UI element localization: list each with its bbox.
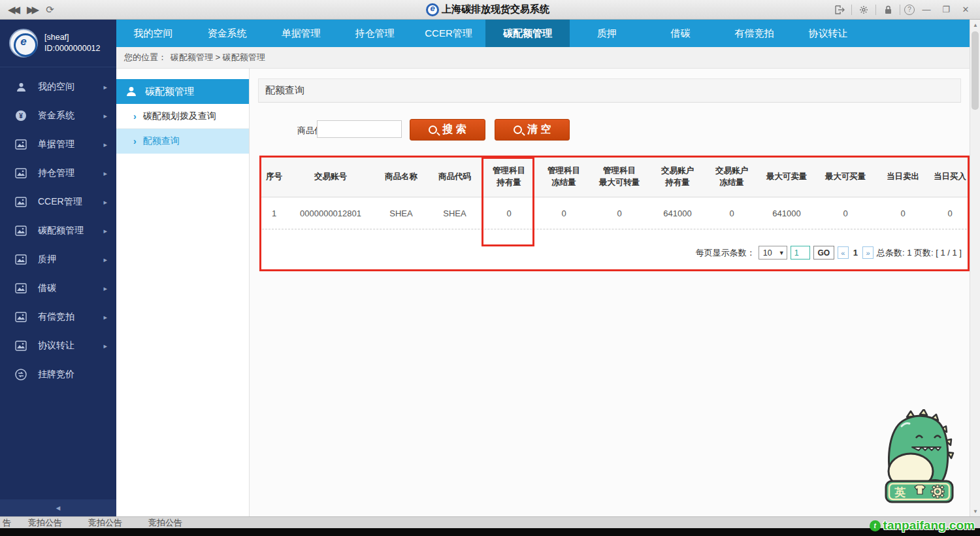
sidebar-item-label: 我的空间 [38, 81, 103, 93]
chevron-right-icon: ▸ [103, 198, 107, 207]
row-divider [262, 229, 967, 229]
search-button[interactable]: 搜 索 [410, 119, 485, 141]
main-content: 配额查询 商品代码: 搜 索 清 空 [250, 69, 970, 516]
tab-ccer-mgmt[interactable]: CCER管理 [412, 20, 485, 47]
tab-pledge[interactable]: 质押 [570, 20, 644, 47]
tab-carbon-quota-mgmt[interactable]: 碳配额管理 [485, 20, 570, 47]
sidebar-item-pledge[interactable]: 质押 ▸ [0, 245, 116, 274]
help-icon[interactable]: ? [904, 5, 915, 15]
chevron-right-icon: ▸ [103, 169, 107, 178]
col-header-acct-frozen: 交易账户 冻结量 [706, 156, 758, 197]
sidebar-item-position-mgmt[interactable]: 持仓管理 ▸ [0, 159, 116, 188]
cell-mgmt-frozen: 0 [538, 197, 589, 229]
ticker-item: 告 [3, 517, 11, 529]
close-button[interactable]: ✕ [958, 3, 973, 16]
divider [900, 5, 900, 15]
sidebar-item-label: CCER管理 [38, 196, 103, 208]
chevron-right-icon: ▸ [103, 227, 107, 235]
scroll-up-icon[interactable]: ▲ [970, 20, 980, 30]
scrollbar-thumb[interactable] [972, 31, 979, 110]
col-header-mgmt-holding: 管理科目 持有量 [480, 156, 538, 197]
cell-seq: 1 [259, 197, 289, 229]
search-form: 商品代码: 搜 索 清 空 [250, 119, 953, 141]
tab-my-space[interactable]: 我的空间 [116, 20, 190, 47]
ticker-item[interactable]: 竞拍公告 [28, 517, 62, 529]
clear-button[interactable]: 清 空 [495, 119, 570, 141]
refresh-icon[interactable]: ⟳ [46, 4, 54, 16]
cell-sold-today: 0 [875, 197, 930, 229]
per-page-select[interactable]: 10 ▼ [759, 246, 787, 260]
breadcrumb-prefix: 您的位置： [124, 52, 167, 63]
chevron-right-icon: ▸ [103, 342, 107, 350]
sidebar-item-document-mgmt[interactable]: 单据管理 ▸ [0, 130, 116, 159]
browser-back-icon[interactable]: ◀◀ [8, 4, 18, 16]
scroll-down-icon[interactable]: ▼ [970, 506, 980, 516]
settings-gear-icon[interactable] [856, 3, 872, 16]
chevron-right-icon: ▸ [103, 83, 107, 92]
bottom-strip [0, 528, 980, 536]
current-page: 1 [853, 248, 858, 258]
document-icon [14, 138, 27, 151]
search-icon [429, 126, 437, 134]
minimize-button[interactable]: — [919, 3, 934, 16]
sidebar-item-ccer-mgmt[interactable]: CCER管理 ▸ [0, 188, 116, 216]
col-header-bought-today: 当日买入 [930, 156, 970, 197]
top-navigation: 我的空间 资金系统 单据管理 持仓管理 CCER管理 碳配额管理 质押 借碳 有… [116, 20, 970, 47]
avatar [9, 29, 38, 58]
sidebar-item-borrow-carbon[interactable]: 借碳 ▸ [0, 274, 116, 303]
browser-forward-icon[interactable]: ▶▶ [27, 4, 37, 16]
sidebar-item-funds-system[interactable]: ¥ 资金系统 ▸ [0, 101, 116, 130]
chevron-right-icon: ▸ [103, 112, 107, 120]
sidebar-item-agreement-transfer[interactable]: 协议转让 ▸ [0, 331, 116, 360]
sidebar-item-paid-auction[interactable]: 有偿竞拍 ▸ [0, 303, 116, 331]
table-header-row: 序号 交易账号 商品名称 商品代码 管理科目 持有量 管理科目 冻结量 管理科目… [259, 156, 970, 197]
tab-borrow-carbon[interactable]: 借碳 [644, 20, 717, 47]
go-button[interactable]: GO [813, 246, 834, 260]
chevron-right-icon: ▸ [103, 313, 107, 322]
submenu-header: 碳配额管理 [116, 79, 249, 104]
tab-paid-auction[interactable]: 有偿竞拍 [717, 20, 791, 47]
ccer-icon [14, 195, 27, 209]
sidebar-collapse-button[interactable]: ◄ [0, 499, 116, 516]
transfer-icon [14, 339, 27, 352]
table-row[interactable]: 1 0000000012801 SHEA SHEA 0 0 0 641000 0… [259, 197, 970, 229]
sidebar-item-my-space[interactable]: 我的空间 ▸ [0, 73, 116, 101]
cell-product-name: SHEA [372, 197, 430, 229]
cell-acct-holding: 641000 [649, 197, 706, 229]
col-header-max-buy: 最大可买量 [815, 156, 875, 197]
submenu-header-label: 碳配额管理 [145, 86, 194, 98]
svg-text:¥: ¥ [19, 112, 23, 120]
tab-document-mgmt[interactable]: 单据管理 [264, 20, 338, 47]
cell-product-code: SHEA [430, 197, 480, 229]
sidebar-item-label: 资金系统 [38, 110, 103, 122]
logout-icon[interactable] [832, 3, 847, 16]
app-title: 上海碳排放现货交易系统 [144, 3, 832, 16]
ticker-item[interactable]: 竞拍公告 [88, 517, 122, 529]
col-header-acct-holding: 交易账户 持有量 [649, 156, 706, 197]
restore-button[interactable]: ❐ [938, 3, 954, 16]
submenu-item-quota-query[interactable]: › 配额查询 [116, 129, 249, 154]
prev-page-button[interactable]: « [838, 246, 849, 259]
submenu-panel: 碳配额管理 › 碳配额划拨及查询 › 配额查询 [116, 69, 250, 516]
sidebar-item-carbon-quota-mgmt[interactable]: 碳配额管理 ▸ [0, 216, 116, 245]
watermark-text: tanpaifang.com [883, 518, 975, 533]
per-page-value: 10 [763, 248, 772, 258]
user-name: [sheaf] [44, 32, 101, 43]
sidebar-item-label: 持仓管理 [38, 167, 103, 179]
page-number-input[interactable]: 1 [791, 246, 810, 260]
product-code-input[interactable] [317, 120, 402, 138]
vertical-scrollbar[interactable]: ▲ ▼ [970, 20, 980, 516]
tab-funds-system[interactable]: 资金系统 [190, 20, 264, 47]
tab-position-mgmt[interactable]: 持仓管理 [338, 20, 412, 47]
col-header-product-name: 商品名称 [372, 156, 430, 197]
borrow-icon [14, 282, 27, 295]
sidebar-item-listing-bidding[interactable]: 挂牌竞价 [0, 360, 116, 389]
next-page-button[interactable]: » [862, 246, 874, 259]
sidebar-item-label: 协议转让 [38, 340, 103, 352]
lock-icon[interactable] [880, 3, 896, 16]
tab-agreement-transfer[interactable]: 协议转让 [791, 20, 865, 47]
sidebar-item-label: 单据管理 [38, 139, 103, 150]
ticker-item[interactable]: 竞拍公告 [148, 517, 182, 529]
chevron-right-icon: ▸ [103, 256, 107, 264]
submenu-item-quota-allocation-query[interactable]: › 碳配额划拨及查询 [116, 104, 249, 129]
